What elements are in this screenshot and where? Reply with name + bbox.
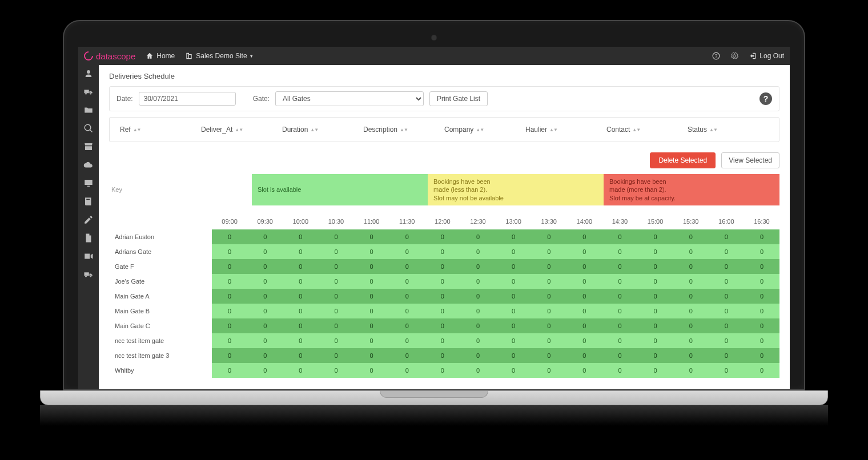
col-duration[interactable]: Duration▲▼ <box>282 126 363 134</box>
slot-cell[interactable]: 0 <box>389 333 425 348</box>
slot-cell[interactable]: 0 <box>744 318 779 333</box>
nav-home[interactable]: Home <box>146 52 175 60</box>
slot-cell[interactable]: 0 <box>638 304 673 318</box>
slot-cell[interactable]: 0 <box>673 289 709 304</box>
slot-cell[interactable]: 0 <box>389 259 425 274</box>
slot-cell[interactable]: 0 <box>602 259 637 274</box>
filter-help-icon[interactable]: ? <box>760 92 772 105</box>
slot-cell[interactable]: 0 <box>318 318 353 333</box>
slot-cell[interactable]: 0 <box>283 348 318 363</box>
slot-cell[interactable]: 0 <box>354 363 389 378</box>
slot-cell[interactable]: 0 <box>709 363 744 378</box>
slot-cell[interactable]: 0 <box>425 229 460 244</box>
slot-cell[interactable]: 0 <box>460 348 496 363</box>
slot-cell[interactable]: 0 <box>496 348 531 363</box>
slot-cell[interactable]: 0 <box>673 229 709 244</box>
slot-cell[interactable]: 0 <box>354 333 389 348</box>
slot-cell[interactable]: 0 <box>425 348 460 363</box>
col-haulier[interactable]: Haulier▲▼ <box>525 126 606 134</box>
slot-cell[interactable]: 0 <box>354 244 389 259</box>
slot-cell[interactable]: 0 <box>744 363 779 378</box>
slot-cell[interactable]: 0 <box>247 363 283 378</box>
slot-cell[interactable]: 0 <box>673 318 709 333</box>
slot-cell[interactable]: 0 <box>673 333 709 348</box>
slot-cell[interactable]: 0 <box>318 363 353 378</box>
slot-cell[interactable]: 0 <box>496 244 531 259</box>
slot-cell[interactable]: 0 <box>496 289 531 304</box>
slot-cell[interactable]: 0 <box>638 259 673 274</box>
edit-icon[interactable] <box>83 215 94 225</box>
slot-cell[interactable]: 0 <box>460 318 496 333</box>
slot-cell[interactable]: 0 <box>425 304 460 318</box>
slot-cell[interactable]: 0 <box>673 363 709 378</box>
folder-icon[interactable] <box>83 105 94 115</box>
slot-cell[interactable]: 0 <box>354 348 389 363</box>
slot-cell[interactable]: 0 <box>283 244 318 259</box>
slot-cell[interactable]: 0 <box>425 333 460 348</box>
slot-cell[interactable]: 0 <box>460 274 496 289</box>
slot-cell[interactable]: 0 <box>744 229 779 244</box>
slot-cell[interactable]: 0 <box>531 289 566 304</box>
slot-cell[interactable]: 0 <box>638 333 673 348</box>
slot-cell[interactable]: 0 <box>389 363 425 378</box>
slot-cell[interactable]: 0 <box>566 244 602 259</box>
slot-cell[interactable]: 0 <box>531 348 566 363</box>
gate-select[interactable]: All Gates <box>275 91 424 106</box>
slot-cell[interactable]: 0 <box>744 274 779 289</box>
slot-cell[interactable]: 0 <box>566 229 602 244</box>
print-gate-list-button[interactable]: Print Gate List <box>429 91 488 106</box>
slot-cell[interactable]: 0 <box>318 289 353 304</box>
slot-cell[interactable]: 0 <box>531 244 566 259</box>
slot-cell[interactable]: 0 <box>602 363 637 378</box>
slot-cell[interactable]: 0 <box>425 318 460 333</box>
slot-cell[interactable]: 0 <box>638 348 673 363</box>
slot-cell[interactable]: 0 <box>247 318 283 333</box>
slot-cell[interactable]: 0 <box>638 229 673 244</box>
slot-cell[interactable]: 0 <box>283 333 318 348</box>
col-status[interactable]: Status▲▼ <box>688 126 769 134</box>
slot-cell[interactable]: 0 <box>460 244 496 259</box>
slot-cell[interactable]: 0 <box>744 348 779 363</box>
slot-cell[interactable]: 0 <box>460 259 496 274</box>
slot-cell[interactable]: 0 <box>744 289 779 304</box>
slot-cell[interactable]: 0 <box>318 304 353 318</box>
slot-cell[interactable]: 0 <box>247 333 283 348</box>
slot-cell[interactable]: 0 <box>318 244 353 259</box>
slot-cell[interactable]: 0 <box>247 259 283 274</box>
slot-cell[interactable]: 0 <box>531 274 566 289</box>
slot-cell[interactable]: 0 <box>638 363 673 378</box>
slot-cell[interactable]: 0 <box>496 318 531 333</box>
slot-cell[interactable]: 0 <box>638 318 673 333</box>
slot-cell[interactable]: 0 <box>212 363 247 378</box>
slot-cell[interactable]: 0 <box>212 318 247 333</box>
slot-cell[interactable]: 0 <box>602 289 637 304</box>
slot-cell[interactable]: 0 <box>744 333 779 348</box>
search-icon[interactable] <box>83 123 94 134</box>
slot-cell[interactable]: 0 <box>247 229 283 244</box>
slot-cell[interactable]: 0 <box>389 304 425 318</box>
slot-cell[interactable]: 0 <box>496 229 531 244</box>
slot-cell[interactable]: 0 <box>744 259 779 274</box>
slot-cell[interactable]: 0 <box>531 363 566 378</box>
cloud-icon[interactable] <box>83 160 94 170</box>
slot-cell[interactable]: 0 <box>566 363 602 378</box>
slot-cell[interactable]: 0 <box>709 289 744 304</box>
col-contact[interactable]: Contact▲▼ <box>606 126 688 134</box>
truck-icon[interactable] <box>83 269 94 280</box>
slot-cell[interactable]: 0 <box>212 229 247 244</box>
slot-cell[interactable]: 0 <box>709 318 744 333</box>
slot-cell[interactable]: 0 <box>283 259 318 274</box>
col-description[interactable]: Description▲▼ <box>363 126 444 134</box>
view-selected-button[interactable]: View Selected <box>721 152 779 168</box>
slot-cell[interactable]: 0 <box>354 318 389 333</box>
slot-cell[interactable]: 0 <box>602 333 637 348</box>
slot-cell[interactable]: 0 <box>425 244 460 259</box>
date-input[interactable] <box>139 92 236 106</box>
slot-cell[interactable]: 0 <box>673 244 709 259</box>
slot-cell[interactable]: 0 <box>283 274 318 289</box>
slot-cell[interactable]: 0 <box>318 229 353 244</box>
slot-cell[interactable]: 0 <box>318 274 353 289</box>
slot-cell[interactable]: 0 <box>283 289 318 304</box>
slot-cell[interactable]: 0 <box>602 244 637 259</box>
slot-cell[interactable]: 0 <box>283 229 318 244</box>
